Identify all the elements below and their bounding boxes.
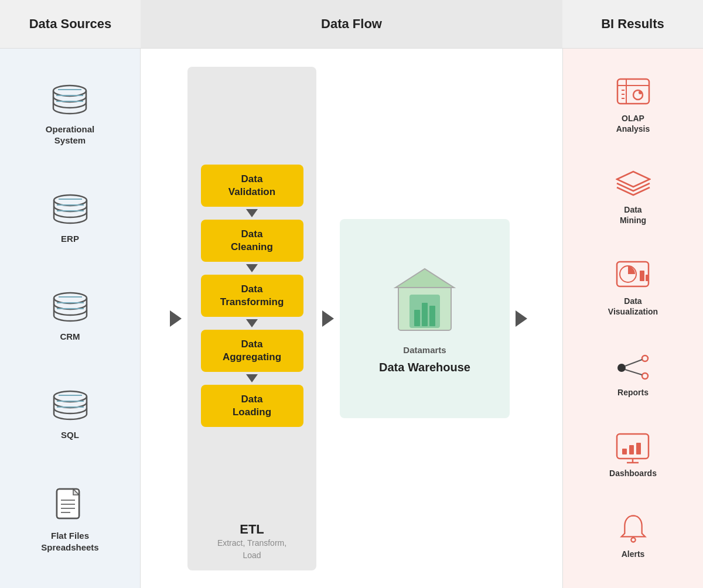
svg-point-8: [54, 293, 87, 303]
warehouse-label: Data Warehouse: [379, 361, 470, 374]
svg-rect-51: [636, 443, 641, 454]
header-results: BI Results: [562, 0, 703, 48]
etl-step-validation: DataValidation: [201, 165, 303, 207]
results-column: OLAPAnalysis DataMining DataV: [562, 49, 703, 588]
svg-rect-26: [422, 303, 428, 326]
arrow-icon-warehouse-results: [516, 310, 527, 327]
result-datamining-label: DataMining: [620, 204, 646, 225]
svg-rect-40: [646, 275, 649, 281]
sources-column: OperationalSystem ERP: [0, 49, 141, 588]
source-crm: CRM: [50, 291, 91, 343]
source-sql: SQL: [50, 389, 91, 441]
svg-rect-50: [629, 445, 634, 454]
olap-icon: [616, 77, 651, 110]
svg-point-0: [53, 86, 86, 96]
svg-line-45: [625, 370, 642, 375]
source-flatfiles: Flat FilesSpreadsheets: [41, 487, 98, 553]
etl-panel: DataValidation DataCleaning DataTransfor…: [187, 67, 316, 570]
result-datavis-label: DataVisualization: [608, 296, 658, 317]
database-icon-sql: [50, 389, 91, 425]
sources-to-etl-arrow: [170, 310, 182, 327]
main: OperationalSystem ERP: [0, 49, 703, 588]
result-alerts-label: Alerts: [622, 549, 645, 559]
source-sql-label: SQL: [61, 429, 79, 441]
database-icon-erp: [50, 193, 91, 228]
datamart-label: Datamarts: [403, 345, 446, 355]
dashboards-icon: [615, 432, 650, 464]
svg-point-42: [642, 355, 648, 361]
result-dashboards-label: Dashboards: [609, 468, 657, 478]
etl-step-transforming: DataTransforming: [201, 275, 303, 317]
warehouse-panel: Datamarts Data Warehouse: [340, 219, 510, 418]
source-operational: OperationalSystem: [46, 84, 94, 146]
result-alerts: Alerts: [616, 513, 651, 559]
result-dashboards: Dashboards: [609, 432, 657, 478]
header-flow-label: Data Flow: [321, 16, 382, 32]
arrow-icon-cleaning-transforming: [246, 264, 258, 272]
result-olap: OLAPAnalysis: [616, 77, 651, 134]
arrow-icon-aggregating-loading: [246, 374, 258, 382]
warehouse-icon: [390, 263, 460, 339]
etl-step-loading: DataLoading: [201, 385, 303, 427]
svg-point-41: [617, 364, 626, 372]
svg-rect-39: [640, 271, 644, 281]
document-icon-flatfiles: [54, 487, 86, 525]
source-erp: ERP: [50, 193, 91, 245]
etl-subtitle: Extract, Transform,Load: [217, 537, 286, 562]
result-datamining: DataMining: [616, 169, 651, 225]
alerts-icon: [616, 513, 651, 545]
database-icon-operational: [49, 84, 90, 119]
header-sources: Data Sources: [0, 0, 141, 48]
result-reports: Reports: [616, 351, 651, 398]
reports-icon: [616, 351, 651, 384]
result-reports-label: Reports: [617, 387, 649, 398]
svg-point-32: [639, 91, 642, 94]
result-datavis: DataVisualization: [608, 260, 658, 317]
header-sources-label: Data Sources: [29, 16, 112, 32]
etl-title: ETL: [217, 522, 286, 537]
arrow-icon-transforming-aggregating: [246, 319, 258, 327]
source-erp-label: ERP: [61, 233, 79, 245]
database-icon-crm: [50, 291, 91, 326]
source-operational-label: OperationalSystem: [46, 124, 94, 146]
arrow-icon-etl-warehouse: [322, 310, 334, 327]
source-crm-label: CRM: [60, 331, 80, 343]
svg-point-43: [642, 373, 648, 379]
warehouse-to-results-arrow: [516, 310, 527, 327]
header-results-label: BI Results: [601, 16, 664, 32]
svg-marker-23: [395, 269, 454, 288]
etl-step-cleaning: DataCleaning: [201, 220, 303, 262]
etl-step-aggregating: DataAggregating: [201, 330, 303, 372]
etl-to-warehouse-arrow: [322, 310, 334, 327]
source-flatfiles-label: Flat FilesSpreadsheets: [41, 530, 98, 553]
flow-center: DataValidation DataCleaning DataTransfor…: [152, 60, 551, 576]
svg-rect-25: [414, 310, 420, 326]
arrow-icon-validation-cleaning: [246, 209, 258, 217]
svg-rect-49: [622, 449, 627, 454]
svg-line-44: [625, 360, 642, 366]
arrow-icon-sources-etl: [170, 310, 182, 327]
header: Data Sources Data Flow BI Results: [0, 0, 703, 49]
svg-point-4: [54, 195, 87, 206]
result-olap-label: OLAPAnalysis: [616, 113, 650, 134]
etl-steps: DataValidation DataCleaning DataTransfor…: [201, 78, 303, 514]
svg-rect-27: [429, 306, 435, 326]
datavis-icon: [615, 260, 650, 292]
header-flow: Data Flow: [141, 0, 562, 48]
svg-rect-28: [617, 79, 649, 104]
flow-column: DataValidation DataCleaning DataTransfor…: [141, 49, 562, 588]
svg-point-12: [54, 391, 87, 402]
svg-marker-36: [617, 172, 650, 187]
etl-label: ETL Extract, Transform,Load: [217, 522, 286, 562]
datamining-icon: [616, 169, 651, 201]
svg-point-52: [631, 538, 635, 542]
